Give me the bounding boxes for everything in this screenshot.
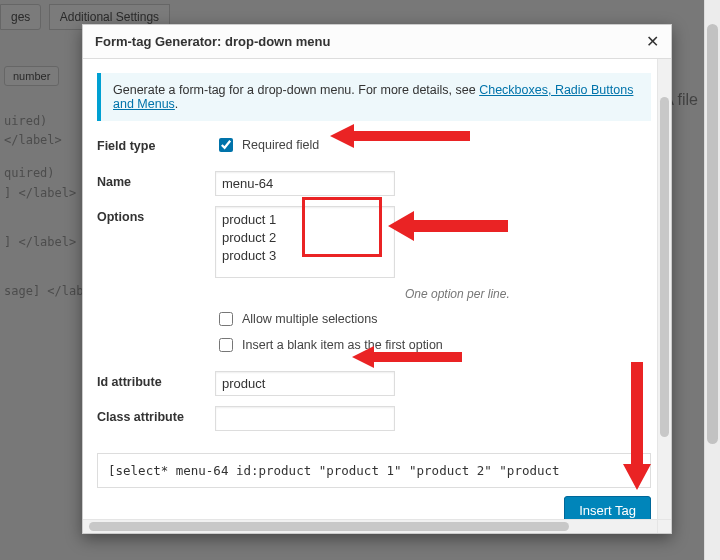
id-attr-input[interactable] [215,371,395,396]
row-field-type: Field type Required field [97,135,651,161]
info-box: Generate a form-tag for a drop-down menu… [97,73,651,121]
insert-tag-button[interactable]: Insert Tag [564,496,651,519]
row-id-attr: Id attribute [97,371,651,396]
label-name: Name [97,171,215,189]
modal-title: Form-tag Generator: drop-down menu [95,34,330,49]
modal-horizontal-scrollbar[interactable] [83,519,657,533]
option-hint: One option per line. [405,287,651,301]
modal-h-thumb[interactable] [89,522,569,531]
options-textarea[interactable] [215,206,395,278]
allow-multiple-checkbox[interactable]: Allow multiple selections [215,309,651,329]
name-input[interactable] [215,171,395,196]
bg-btn-file: file [678,91,698,108]
modal-v-thumb[interactable] [660,97,669,437]
required-field-label: Required field [242,138,319,152]
info-text: Generate a form-tag for a drop-down menu… [113,83,479,97]
row-options: Options One option per line. Allow multi… [97,206,651,361]
form-tag-generator-modal: Form-tag Generator: drop-down menu ✕ Gen… [82,24,672,534]
modal-vertical-scrollbar[interactable] [657,59,671,519]
page-scrollbar[interactable] [704,0,720,560]
allow-multiple-label: Allow multiple selections [242,312,377,326]
label-options: Options [97,206,215,224]
row-class-attr: Class attribute [97,406,651,431]
modal-scroll-corner [657,519,671,533]
row-name: Name [97,171,651,196]
blank-first-checkbox[interactable]: Insert a blank item as the first option [215,335,651,355]
close-icon[interactable]: ✕ [646,34,659,50]
blank-first-label: Insert a blank item as the first option [242,338,443,352]
shortcode-output[interactable]: [select* menu-64 id:product "product 1" … [97,453,651,488]
modal-titlebar: Form-tag Generator: drop-down menu ✕ [83,25,671,59]
modal-body: Generate a form-tag for a drop-down menu… [83,59,657,519]
class-attr-input[interactable] [215,406,395,431]
blank-first-input[interactable] [219,338,233,352]
label-id-attr: Id attribute [97,371,215,389]
required-field-input[interactable] [219,138,233,152]
label-field-type: Field type [97,135,215,153]
label-class-attr: Class attribute [97,406,215,424]
required-field-checkbox[interactable]: Required field [215,135,651,155]
page-scrollbar-thumb[interactable] [707,24,718,444]
allow-multiple-input[interactable] [219,312,233,326]
info-text-post: . [175,97,178,111]
